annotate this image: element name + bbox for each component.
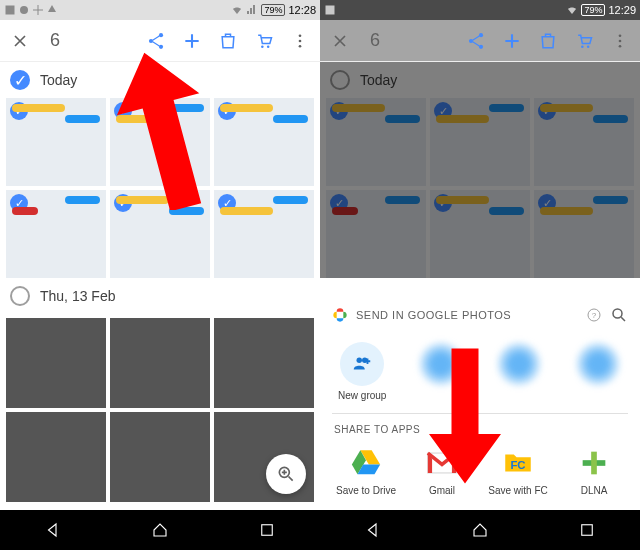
svg-point-8 (299, 39, 302, 42)
selection-count: 6 (50, 30, 60, 51)
contact-blur[interactable] (568, 342, 629, 386)
photo-grid: ✓ ✓ ✓ ✓ ✓ ✓ (320, 98, 640, 278)
cart-icon[interactable] (254, 31, 274, 51)
zoom-fab[interactable] (266, 454, 306, 494)
phone-right: 79% 12:29 6 Today ✓ ✓ ✓ ✓ ✓ ✓ SEND IN GO… (320, 0, 640, 550)
svg-point-9 (299, 44, 302, 47)
photo-thumb: ✓ (534, 98, 634, 186)
check-off-icon (330, 70, 350, 90)
section-today: Today (320, 62, 640, 98)
add-icon[interactable] (502, 31, 522, 51)
back-icon[interactable] (44, 521, 62, 539)
svg-point-5 (261, 45, 264, 48)
more-icon[interactable] (610, 31, 630, 51)
svg-point-1 (20, 6, 28, 14)
svg-point-3 (159, 33, 163, 37)
help-icon[interactable]: ? (586, 307, 602, 323)
photo-thumb[interactable]: ✓ (214, 190, 314, 278)
photo-thumb: ✓ (430, 190, 530, 278)
wifi-icon (566, 4, 578, 16)
trash-icon[interactable] (538, 31, 558, 51)
recent-icon[interactable] (578, 521, 596, 539)
photo-thumb[interactable] (6, 412, 106, 502)
photo-thumb: ✓ (326, 190, 426, 278)
svg-rect-30 (581, 525, 592, 536)
nav-bar (320, 510, 640, 550)
status-bar: 79% 12:28 (0, 0, 320, 20)
svg-text:FC: FC (510, 459, 525, 471)
clock: 12:28 (288, 4, 316, 16)
close-icon[interactable] (330, 31, 350, 51)
svg-rect-12 (326, 6, 335, 15)
svg-point-15 (479, 44, 483, 48)
signal-icon (246, 4, 258, 16)
selection-count: 6 (370, 30, 380, 51)
battery-level: 79% (261, 4, 285, 16)
svg-rect-29 (591, 452, 597, 475)
photo-thumb[interactable]: ✓ (6, 98, 106, 186)
status-bar: 79% 12:29 (320, 0, 640, 20)
section-thu[interactable]: Thu, 13 Feb (0, 278, 320, 314)
photo-thumb[interactable] (110, 318, 210, 408)
svg-point-7 (299, 34, 302, 37)
search-icon[interactable] (610, 306, 628, 324)
svg-point-17 (587, 45, 590, 48)
photo-thumb[interactable]: ✓ (214, 98, 314, 186)
svg-text:?: ? (592, 311, 597, 320)
photo-thumb: ✓ (534, 190, 634, 278)
toolbar: 6 (320, 20, 640, 62)
check-icon[interactable]: ✓ (10, 70, 30, 90)
back-icon[interactable] (364, 521, 382, 539)
trash-icon[interactable] (218, 31, 238, 51)
home-icon[interactable] (471, 521, 489, 539)
new-group-button[interactable]: New group (332, 342, 393, 401)
annotation-arrow (110, 50, 220, 210)
close-icon[interactable] (10, 31, 30, 51)
nav-bar (0, 510, 320, 550)
photo-thumb[interactable]: ✓ (6, 190, 106, 278)
svg-point-6 (267, 45, 270, 48)
phone-left: 79% 12:28 6 ✓ Today ✓ ✓ ✓ ✓ ✓ ✓ Thu, 13 … (0, 0, 320, 550)
app-drive[interactable]: Save to Drive (332, 445, 400, 496)
svg-point-23 (613, 309, 622, 318)
sheet-title: SEND IN GOOGLE PHOTOS (356, 309, 578, 321)
svg-point-16 (581, 45, 584, 48)
battery-level: 79% (581, 4, 605, 16)
clock: 12:29 (608, 4, 636, 16)
photo-thumb: ✓ (430, 98, 530, 186)
svg-point-19 (619, 39, 622, 42)
google-photos-icon (332, 307, 348, 323)
share-icon[interactable] (146, 31, 166, 51)
annotation-arrow (420, 346, 510, 486)
svg-point-20 (619, 44, 622, 47)
home-icon[interactable] (151, 521, 169, 539)
check-off-icon[interactable] (10, 286, 30, 306)
svg-point-13 (469, 38, 473, 42)
svg-rect-11 (261, 525, 272, 536)
svg-point-4 (159, 44, 163, 48)
wifi-icon (231, 4, 243, 16)
recent-icon[interactable] (258, 521, 276, 539)
svg-point-14 (479, 33, 483, 37)
cart-icon[interactable] (574, 31, 594, 51)
svg-point-18 (619, 34, 622, 37)
photo-thumb[interactable] (214, 318, 314, 408)
svg-point-2 (149, 38, 153, 42)
photo-thumb[interactable] (110, 412, 210, 502)
more-icon[interactable] (290, 31, 310, 51)
add-icon[interactable] (182, 31, 202, 51)
svg-rect-0 (6, 6, 15, 15)
share-sheet: SEND IN GOOGLE PHOTOS ? New group SHARE … (320, 296, 640, 510)
photo-thumb: ✓ (326, 98, 426, 186)
photo-thumb[interactable] (6, 318, 106, 408)
svg-point-24 (357, 358, 363, 364)
share-icon[interactable] (466, 31, 486, 51)
app-dlna[interactable]: DLNA (560, 445, 628, 496)
